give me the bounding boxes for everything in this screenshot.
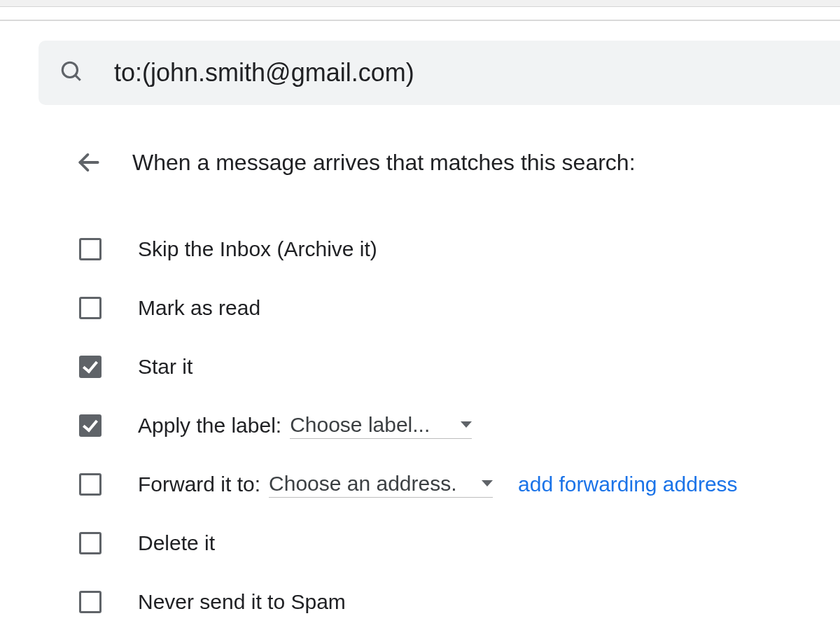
- search-bar[interactable]: to:(john.smith@gmail.com): [38, 41, 840, 105]
- panel-heading: When a message arrives that matches this…: [132, 150, 636, 176]
- label-apply-label: Apply the label: Choose label...: [138, 413, 472, 439]
- label-delete-it: Delete it: [138, 531, 215, 555]
- label-never-spam: Never send it to Spam: [138, 590, 346, 614]
- label-apply-label-text: Apply the label:: [138, 414, 281, 438]
- search-icon: [59, 59, 83, 86]
- checkbox-delete-it[interactable]: [79, 532, 102, 554]
- label-forward-text: Forward it to:: [138, 472, 260, 496]
- back-arrow-icon[interactable]: [75, 148, 103, 176]
- caret-down-icon: [461, 421, 472, 428]
- dropdown-apply-label[interactable]: Choose label...: [290, 413, 472, 439]
- svg-line-1: [76, 76, 80, 80]
- dropdown-forward[interactable]: Choose an address.: [269, 472, 493, 498]
- label-star-it: Star it: [138, 355, 192, 379]
- panel-header: When a message arrives that matches this…: [75, 148, 840, 176]
- option-mark-read: Mark as read: [75, 279, 840, 337]
- dropdown-apply-label-value: Choose label...: [290, 413, 430, 437]
- option-skip-inbox: Skip the Inbox (Archive it): [75, 220, 840, 279]
- label-forward: Forward it to: Choose an address. add fo…: [138, 472, 738, 498]
- checkbox-star-it[interactable]: [79, 356, 102, 378]
- dropdown-forward-value: Choose an address.: [269, 472, 457, 496]
- checkbox-never-spam[interactable]: [79, 591, 102, 613]
- option-star-it: Star it: [75, 337, 840, 396]
- label-mark-read: Mark as read: [138, 296, 260, 320]
- option-forward: Forward it to: Choose an address. add fo…: [75, 455, 840, 514]
- browser-url-bar: [0, 0, 840, 7]
- search-query[interactable]: to:(john.smith@gmail.com): [114, 58, 414, 88]
- checkbox-forward[interactable]: [79, 473, 102, 496]
- svg-point-0: [62, 62, 77, 77]
- divider: [0, 20, 840, 21]
- checkbox-mark-read[interactable]: [79, 297, 102, 319]
- caret-down-icon: [482, 480, 493, 486]
- option-delete-it: Delete it: [75, 514, 840, 573]
- link-add-forwarding-address[interactable]: add forwarding address: [518, 472, 738, 496]
- checkbox-apply-label[interactable]: [79, 414, 102, 437]
- checkbox-skip-inbox[interactable]: [79, 238, 102, 260]
- option-never-spam: Never send it to Spam: [75, 573, 840, 630]
- filter-panel: When a message arrives that matches this…: [38, 119, 840, 630]
- label-skip-inbox: Skip the Inbox (Archive it): [138, 237, 377, 261]
- option-apply-label: Apply the label: Choose label...: [75, 396, 840, 455]
